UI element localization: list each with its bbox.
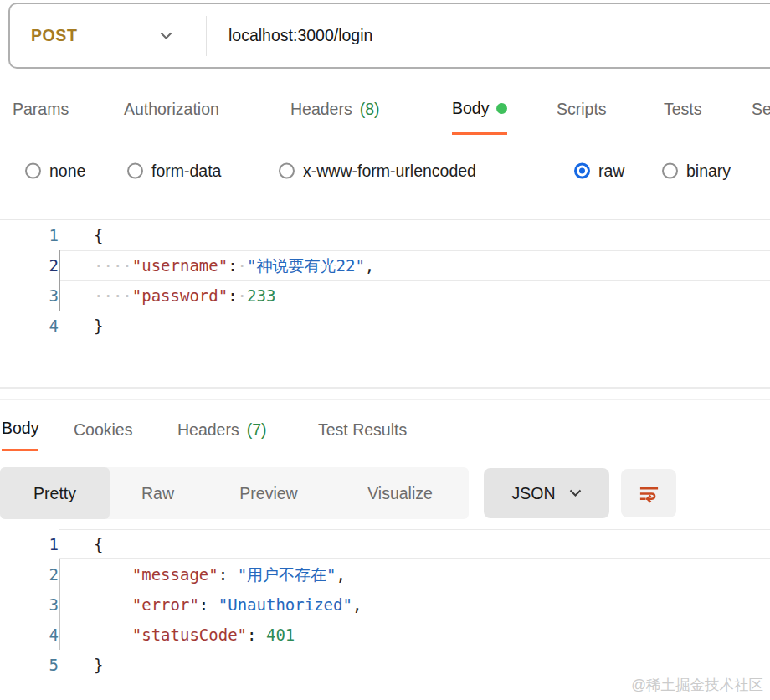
line-number: 3 [0,589,59,620]
view-mode-raw[interactable]: Raw [110,467,206,519]
tab-scripts[interactable]: Scripts [557,84,607,135]
body-mode-label: none [49,162,85,181]
method-selector[interactable]: POST [10,16,207,56]
line-number: 4 [0,620,59,650]
code-line[interactable]: 4 "statusCode": 401 [0,620,770,650]
tab-tests[interactable]: Tests [664,84,702,135]
code-line[interactable]: 2····"username":·"神说要有光22", [0,250,770,281]
code-line[interactable]: 1{ [0,220,770,250]
token-ws [208,595,218,614]
line-number: 4 [0,311,59,341]
chevron-down-icon [569,489,582,497]
request-tabs: ParamsAuthorizationHeaders(8)BodyScripts… [0,84,770,137]
token-ws: · [238,286,247,305]
token-pn: : [228,256,237,275]
token-pn: : [228,286,237,305]
token-ws [257,625,266,644]
view-mode-visualize[interactable]: Visualize [331,467,469,519]
tab-body[interactable]: Body [452,84,507,135]
token-key: "error" [132,595,199,614]
radio-icon [25,163,41,179]
token-num: 233 [247,286,275,305]
token-ws: ···· [94,286,132,305]
line-content: ····"username":·"神说要有光22", [59,250,770,281]
tab-label: Cookies [74,420,132,440]
code-line[interactable]: 3 "error": "Unauthorized", [0,589,770,620]
code-line[interactable]: 3····"password":·233 [0,281,770,311]
code-line[interactable]: 2 "message": "用户不存在", [0,559,770,589]
token-key: "statusCode" [132,625,247,644]
line-content: ····"password":·233 [59,281,770,311]
tab-label: Settings [752,100,770,119]
tab-headers[interactable]: Headers(8) [290,84,380,135]
token-key: "username" [132,256,228,275]
token-pn: , [365,256,374,275]
token-pn: } [94,656,103,674]
token-pn: : [247,625,256,644]
tab-settings[interactable]: Settings [752,84,770,135]
token-pn: } [94,317,103,335]
token-ws: ···· [94,256,132,275]
tab-authorization[interactable]: Authorization [124,84,219,135]
tab-count: (8) [360,100,380,119]
language-dropdown[interactable]: JSON [484,468,609,518]
chevron-down-icon [160,32,172,40]
panel-divider[interactable] [0,387,770,389]
tab-headers[interactable]: Headers(7) [177,408,267,451]
line-content: "error": "Unauthorized", [59,589,770,620]
request-body-editor[interactable]: 1{2····"username":·"神说要有光22",3····"passw… [0,219,770,341]
line-content: { [59,220,770,250]
body-mode-x-www-form-urlencoded[interactable]: x-www-form-urlencoded [279,162,476,181]
postman-request-view: POST localhost:3000/login ParamsAuthoriz… [0,0,770,700]
line-number: 1 [0,220,59,250]
code-line[interactable]: 4} [0,311,770,341]
view-mode-pretty[interactable]: Pretty [0,467,110,519]
tab-label: Authorization [124,100,219,119]
wrap-text-icon [638,482,660,505]
tab-label: Body [452,99,489,118]
method-label: POST [31,26,78,45]
body-mode-raw[interactable]: raw [574,162,624,181]
token-ws [94,565,132,584]
body-mode-label: binary [686,162,731,181]
tab-body[interactable]: Body [2,408,38,451]
token-key: "password" [132,286,228,305]
token-pn: , [336,565,346,584]
radio-icon [662,163,678,179]
tab-label: Headers [290,100,352,119]
body-mode-binary[interactable]: binary [662,162,731,181]
code-line[interactable]: 1{ [0,529,770,559]
tab-test-results[interactable]: Test Results [318,408,407,451]
line-content: } [59,311,770,341]
token-ws: · [238,256,247,275]
radio-icon [127,163,143,179]
language-label: JSON [511,484,555,503]
body-mode-radios: noneform-datax-www-form-urlencodedrawbin… [0,149,770,193]
tab-label: Headers [177,420,239,440]
url-input[interactable]: localhost:3000/login [228,26,372,45]
token-pn: { [94,535,103,553]
body-mode-none[interactable]: none [25,162,85,181]
token-ws [94,595,132,614]
unsaved-dot-icon [496,103,507,114]
token-num: 401 [266,625,295,644]
request-url-bar: POST localhost:3000/login [8,3,770,69]
body-mode-label: form-data [151,162,221,181]
token-pn: : [199,595,208,614]
tab-cookies[interactable]: Cookies [74,408,132,451]
line-content: "message": "用户不存在", [59,559,770,589]
line-number: 1 [0,529,59,559]
token-str: "Unauthorized" [218,595,352,614]
body-mode-label: x-www-form-urlencoded [303,162,476,181]
tab-label: Scripts [557,100,607,119]
response-body-editor[interactable]: 1{2 "message": "用户不存在",3 "error": "Unaut… [0,529,770,680]
token-pn: : [218,565,228,584]
view-mode-preview[interactable]: Preview [206,467,331,519]
token-key: "message" [132,565,218,584]
body-mode-form-data[interactable]: form-data [127,162,221,181]
radio-icon [574,163,590,179]
tab-params[interactable]: Params [13,84,69,135]
wrap-text-button[interactable] [621,469,676,517]
line-number: 3 [0,281,59,311]
line-content: "statusCode": 401 [59,620,770,650]
